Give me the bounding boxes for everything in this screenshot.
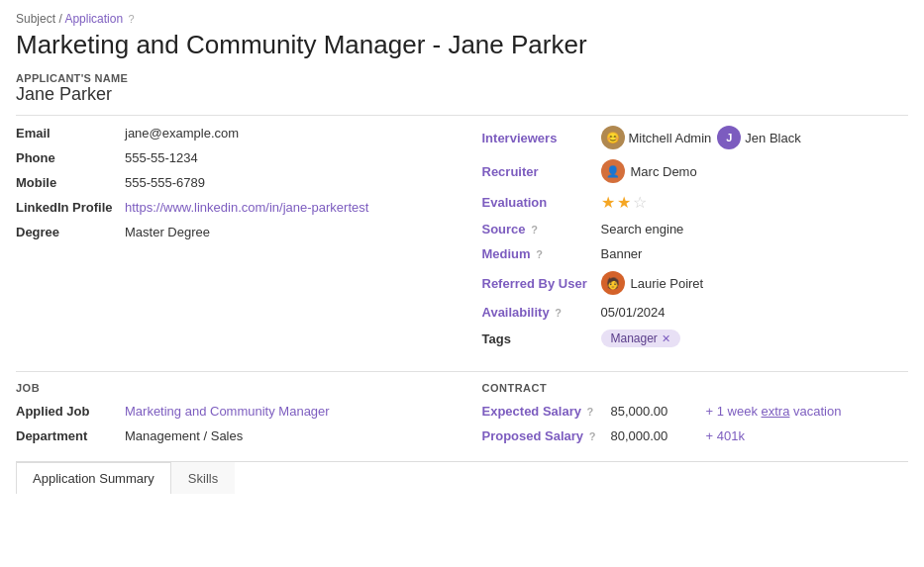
field-availability: Availability ? 05/01/2024 xyxy=(482,305,909,320)
proposed-salary-label: Proposed Salary ? xyxy=(482,428,611,443)
breadcrumb: Subject / Application ? xyxy=(16,12,908,26)
breadcrumb-help-icon[interactable]: ? xyxy=(128,13,134,25)
source-help-icon[interactable]: ? xyxy=(531,224,538,236)
applicant-label: Applicant's Name xyxy=(16,72,908,84)
proposed-salary-value: 80,000.00 xyxy=(611,428,690,443)
degree-label: Degree xyxy=(16,225,125,239)
field-medium: Medium ? Banner xyxy=(482,246,909,261)
proposed-salary-help-icon[interactable]: ? xyxy=(589,430,596,442)
star-1[interactable]: ★ xyxy=(601,193,615,212)
referred-value: 🧑 Laurie Poiret xyxy=(601,271,704,295)
job-column: JOB Applied Job Marketing and Community … xyxy=(16,382,462,453)
field-evaluation: Evaluation ★ ★ ☆ xyxy=(482,193,909,212)
left-column: Email jane@example.com Phone 555-55-1234… xyxy=(16,126,462,357)
field-tags: Tags Manager ✕ xyxy=(482,330,909,347)
name-divider xyxy=(16,115,908,116)
tag-manager-text: Manager xyxy=(611,331,658,345)
expected-salary-label: Expected Salary ? xyxy=(482,404,611,419)
breadcrumb-application[interactable]: Application xyxy=(64,12,123,26)
source-label: Source ? xyxy=(482,222,601,236)
availability-help-icon[interactable]: ? xyxy=(555,307,562,319)
job-section-header: JOB xyxy=(16,382,462,394)
phone-value: 555-55-1234 xyxy=(125,150,198,165)
field-recruiter: Recruiter 👤 Marc Demo xyxy=(482,159,909,183)
field-source: Source ? Search engine xyxy=(482,222,909,236)
jen-name: Jen Black xyxy=(745,131,800,145)
proposed-salary-extra: + 401k xyxy=(706,428,745,443)
tags-label: Tags xyxy=(482,331,601,346)
contract-section-header: CONTRACT xyxy=(482,382,909,394)
mobile-label: Mobile xyxy=(16,175,125,190)
tab-skills[interactable]: Skills xyxy=(171,462,235,494)
recruiter-value: 👤 Marc Demo xyxy=(601,159,697,183)
applied-job-link[interactable]: Marketing and Community Manager xyxy=(125,404,330,419)
evaluation-label: Evaluation xyxy=(482,195,601,210)
tags-value: Manager ✕ xyxy=(601,330,680,347)
field-applied-job: Applied Job Marketing and Community Mana… xyxy=(16,404,462,419)
interviewer-jen: J Jen Black xyxy=(717,126,800,149)
availability-value: 05/01/2024 xyxy=(601,305,666,320)
email-value: jane@example.com xyxy=(125,126,239,141)
tab-skills-label: Skills xyxy=(188,471,218,486)
mitchell-name: Mitchell Admin xyxy=(629,131,712,145)
interviewers-label: Interviewers xyxy=(482,131,601,145)
source-value: Search engine xyxy=(601,222,684,236)
field-interviewers: Interviewers 😊 Mitchell Admin J Jen Blac… xyxy=(482,126,909,149)
field-linkedin: LinkedIn Profile https://www.linkedin.co… xyxy=(16,200,462,215)
mobile-value: 555-555-6789 xyxy=(125,175,205,190)
field-proposed-salary: Proposed Salary ? 80,000.00 + 401k xyxy=(482,428,909,443)
contract-column: CONTRACT Expected Salary ? 85,000.00 + 1… xyxy=(462,382,909,453)
tab-application-summary-label: Application Summary xyxy=(33,471,154,486)
expected-salary-value: 85,000.00 xyxy=(611,404,690,419)
evaluation-stars: ★ ★ ☆ xyxy=(601,193,647,212)
tabs-bar: Application Summary Skills xyxy=(16,461,908,493)
right-column: Interviewers 😊 Mitchell Admin J Jen Blac… xyxy=(462,126,909,357)
recruiter-name: Marc Demo xyxy=(631,164,697,179)
main-grid: Email jane@example.com Phone 555-55-1234… xyxy=(16,126,908,357)
linkedin-link[interactable]: https://www.linkedin.com/in/jane-parkert… xyxy=(125,200,368,215)
tag-manager: Manager ✕ xyxy=(601,330,680,347)
medium-label: Medium ? xyxy=(482,246,601,261)
field-referred: Referred By User 🧑 Laurie Poiret xyxy=(482,271,909,295)
bottom-section-divider xyxy=(16,371,908,372)
department-value: Management / Sales xyxy=(125,428,243,443)
interviewer-mitchell: 😊 Mitchell Admin xyxy=(601,126,712,149)
field-mobile: Mobile 555-555-6789 xyxy=(16,175,462,190)
degree-value: Master Degree xyxy=(125,225,210,239)
field-email: Email jane@example.com xyxy=(16,126,462,141)
applicant-name: Jane Parker xyxy=(16,84,908,105)
applied-job-value: Marketing and Community Manager xyxy=(125,404,330,419)
field-department: Department Management / Sales xyxy=(16,428,462,443)
jen-avatar: J xyxy=(717,126,741,149)
tag-manager-remove[interactable]: ✕ xyxy=(662,332,670,345)
page-title: Marketing and Community Manager - Jane P… xyxy=(16,30,908,60)
linkedin-value: https://www.linkedin.com/in/jane-parkert… xyxy=(125,200,368,215)
field-expected-salary: Expected Salary ? 85,000.00 + 1 week ext… xyxy=(482,404,909,419)
availability-label: Availability ? xyxy=(482,305,601,320)
bottom-grid: JOB Applied Job Marketing and Community … xyxy=(16,382,908,453)
recruiter-avatar: 👤 xyxy=(601,159,625,183)
applied-job-label: Applied Job xyxy=(16,404,125,419)
expected-salary-extra: + 1 week extra vacation xyxy=(706,404,842,419)
breadcrumb-subject: Subject xyxy=(16,12,55,26)
department-label: Department xyxy=(16,428,125,443)
field-degree: Degree Master Degree xyxy=(16,225,462,239)
referred-avatar: 🧑 xyxy=(601,271,625,295)
email-label: Email xyxy=(16,126,125,141)
star-2[interactable]: ★ xyxy=(617,193,631,212)
tab-application-summary[interactable]: Application Summary xyxy=(16,462,171,494)
linkedin-label: LinkedIn Profile xyxy=(16,200,125,215)
field-phone: Phone 555-55-1234 xyxy=(16,150,462,165)
referred-name: Laurie Poiret xyxy=(631,276,704,291)
star-3[interactable]: ☆ xyxy=(633,193,647,212)
referred-label: Referred By User xyxy=(482,276,601,291)
interviewers-value: 😊 Mitchell Admin J Jen Black xyxy=(601,126,801,149)
recruiter-label: Recruiter xyxy=(482,164,601,179)
phone-label: Phone xyxy=(16,150,125,165)
mitchell-avatar: 😊 xyxy=(601,126,625,149)
medium-value: Banner xyxy=(601,246,643,261)
medium-help-icon[interactable]: ? xyxy=(536,248,543,260)
expected-salary-help-icon[interactable]: ? xyxy=(587,406,594,418)
